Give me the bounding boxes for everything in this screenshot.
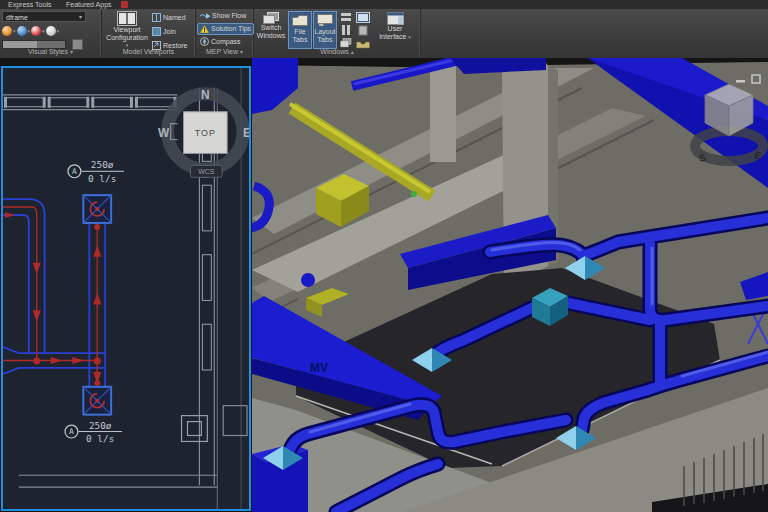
plan-diffuser-1 [83,195,111,223]
smooth-style-sphere-icon[interactable] [17,26,27,36]
plan-ductwork [3,199,106,387]
join-viewports-button[interactable]: Join [150,26,178,37]
lock-location-icon[interactable] [356,25,370,36]
visual-style-swatches: ▾ ▾ ▾ ▾ [2,25,59,37]
ribbon: dframe ▾ ▾ ▾ ▾ ▾ Visual Styles ▾ [0,9,768,59]
chevron-down-icon: ▾ [70,49,73,55]
window-tools [356,12,370,49]
panel-visual-styles: dframe ▾ ▾ ▾ ▾ ▾ Visual Styles ▾ [0,9,102,57]
chevron-down-icon[interactable]: ▾ [57,28,60,34]
drawing-window-icon[interactable] [356,12,370,23]
svg-text:WCS: WCS [198,168,215,175]
edge-style-sphere-icon[interactable] [31,26,41,36]
tile-horizontally-icon[interactable] [340,12,352,22]
show-flow-button[interactable]: Show Flow [198,11,248,21]
show-flow-icon [200,12,210,20]
viewport-2d-plan[interactable]: A 250ø 0 l/s A 250ø 0 l/s N W E S [1,66,251,511]
minimize-viewport-icon[interactable] [736,80,745,83]
panel-label-visual-styles[interactable]: Visual Styles ▾ [0,47,101,57]
wcs-dropdown[interactable]: WCS [190,165,222,177]
chevron-down-icon[interactable]: ▾ [13,28,16,34]
duct-label-mv: MV [310,361,328,375]
chevron-down-icon[interactable]: ▾ [28,28,31,34]
viewcube-west[interactable]: W [158,126,170,140]
compass-button[interactable]: Compass [198,36,243,47]
chevron-down-icon: ▾ [408,34,411,40]
layout-tabs-icon [317,14,333,27]
autocad-window: Express Tools Featured Apps dframe ▾ ▾ ▾… [0,0,768,512]
viewcube-2d[interactable]: N W E S TOP WCS [158,88,249,181]
tag-flow: 0 l/s [88,173,116,184]
layout-tabs-toggle[interactable]: Layout Tabs [313,11,337,49]
tab-express-tools[interactable]: Express Tools [8,0,51,9]
switch-windows-icon [263,12,279,24]
tab-featured-apps[interactable]: Featured Apps [66,0,112,9]
chevron-down-icon[interactable]: ▾ [42,28,45,34]
plan-diffuser-2 [83,387,111,415]
switch-windows-button[interactable]: Switch Windows [256,12,286,39]
chevron-down-icon: ▾ [79,12,82,23]
duct-tag-1: A 250ø 0 l/s [68,159,124,184]
warning-icon [200,25,209,33]
facet-style-sphere-icon[interactable] [2,26,12,36]
panel-expand-icon: ▴ [351,49,354,55]
panel-label-mep-view[interactable]: MEP View ▾ [196,47,253,57]
viewport-configuration-button[interactable]: Viewport Configuration ▾ [106,11,148,50]
visual-style-value: dframe [6,14,28,21]
panel-model-viewports: Viewport Configuration ▾ Named Join Rest… [102,9,196,57]
svg-text:TOP: TOP [195,128,216,138]
tag-size: 250ø [91,159,114,170]
panel-label-model-viewports[interactable]: Model Viewports [102,47,195,57]
tag-letter: A [69,428,74,437]
tag-letter: A [72,167,77,176]
chevron-down-icon: ▾ [240,49,243,55]
file-tabs-icon [292,14,308,27]
compass-icon [200,37,209,46]
viewcube-top-face[interactable]: TOP [184,112,228,154]
tag-size: 250ø [89,420,112,431]
duct-tag-2: A 250ø 0 l/s [65,420,122,445]
named-viewports-icon [152,13,161,22]
tile-controls [340,12,352,48]
viewport-3d[interactable]: MV [252,58,768,512]
panel-mep-view: Show Flow Solution Tips Compass MEP View… [196,9,254,57]
viewcube-north[interactable]: N [201,88,210,102]
viewport-config-icon [117,11,137,26]
panel-label-windows[interactable]: Windows ▴ [254,47,420,57]
solution-tips-button[interactable]: Solution Tips [197,23,254,35]
panel-windows: Switch Windows File Tabs Layout Tabs [254,9,421,57]
user-interface-button[interactable]: User Interface ▾ [376,12,414,41]
named-viewports-button[interactable]: Named [150,12,188,23]
user-interface-icon [387,12,404,25]
ribbon-tab-strip: Express Tools Featured Apps [0,0,768,9]
viewcube-east[interactable]: E [243,126,249,140]
tag-flow: 0 l/s [86,433,114,444]
visual-style-dropdown[interactable]: dframe ▾ [2,11,86,22]
app-icon[interactable] [121,1,128,8]
shadow-style-sphere-icon[interactable] [46,26,56,36]
tile-vertically-icon[interactable] [340,25,352,35]
join-viewports-icon [152,27,161,36]
file-tabs-toggle[interactable]: File Tabs [288,11,312,49]
